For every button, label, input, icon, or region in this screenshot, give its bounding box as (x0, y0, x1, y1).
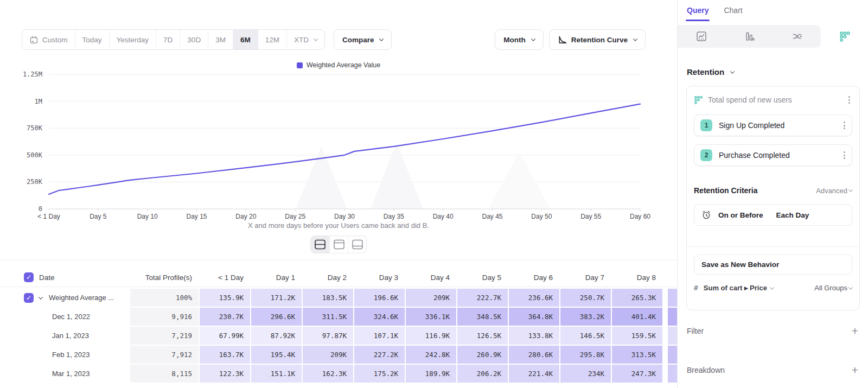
svg-text:0: 0 (39, 205, 42, 213)
retention-value-cell: 236.6K (509, 289, 560, 307)
chart-legend[interactable]: Weighted Average Value (0, 61, 677, 69)
step-purchase-completed[interactable]: 2 Purchase Completed (694, 144, 852, 166)
range-12m[interactable]: 12M (258, 30, 286, 49)
column-header-day-3[interactable]: Day 3 (354, 268, 406, 287)
table-row[interactable]: Dec 1, 20229,916230.7K296.6K311.5K324.6K… (0, 308, 677, 326)
retention-curve-icon (558, 35, 567, 44)
breakdown-label: Breakdown (687, 366, 852, 374)
save-as-new-behavior-button[interactable]: Save as New Behavior (694, 255, 852, 275)
kebab-menu-icon[interactable] (841, 119, 847, 131)
panel-tabs: Query Chart (687, 6, 743, 20)
retention-value-cell: 171.2K (251, 289, 303, 307)
range-6m[interactable]: 6M (233, 30, 258, 49)
retention-value-cell: 151.1K (251, 365, 303, 383)
retention-value-cell: 265.3K (612, 289, 663, 307)
criteria-condition-row[interactable]: On or Before Each Day (694, 204, 852, 226)
criteria-mode-dropdown[interactable]: Advanced (816, 187, 852, 195)
filter-section: Filter + (687, 325, 858, 336)
compare-button[interactable]: Compare (334, 29, 392, 50)
column-header-day-4[interactable]: Day 4 (406, 268, 457, 287)
column-header-day-7[interactable]: Day 7 (560, 268, 612, 287)
kebab-menu-icon[interactable] (846, 94, 852, 106)
retention-value-cell: 230.7K (200, 308, 251, 326)
funnels-icon[interactable] (725, 25, 773, 48)
column-header-day-1[interactable]: Day 1 (251, 268, 303, 287)
svg-text:Day 55: Day 55 (580, 213, 601, 220)
svg-text:Day 5: Day 5 (90, 213, 107, 220)
range-yesterday[interactable]: Yesterday (109, 30, 156, 49)
breakdown-section: Breakdown + (687, 364, 858, 376)
retention-value-cell: 221.4K (509, 365, 560, 383)
retention-value-cell: 209K (303, 346, 354, 364)
range-7d[interactable]: 7D (156, 30, 180, 49)
total-profiles-cell: 8,115 (130, 365, 200, 383)
retention-value-cell: 209K (406, 289, 457, 307)
tab-chart[interactable]: Chart (724, 6, 742, 20)
alarm-clock-icon (701, 209, 712, 220)
column-header-total[interactable]: Total Profile(s) (130, 268, 200, 287)
report-type-inactive-band (678, 25, 821, 48)
main-content: CustomTodayYesterday7D30D3M6M12MXTD Comp… (0, 0, 677, 388)
range-today[interactable]: Today (75, 30, 109, 49)
chart-type-button[interactable]: Retention Curve (549, 29, 646, 50)
range-30d[interactable]: 30D (180, 30, 208, 49)
table-row[interactable]: Jan 1, 20237,21967.99K87.92K97.87K107.1K… (0, 327, 677, 345)
svg-text:Day 50: Day 50 (531, 213, 552, 220)
clipped-day9-cell (668, 365, 677, 383)
column-header-day-6[interactable]: Day 6 (509, 268, 560, 287)
layout-toggle-group (310, 236, 367, 253)
table-view-toggle[interactable] (348, 236, 366, 253)
filter-label: Filter (687, 327, 852, 335)
svg-text:Day 60: Day 60 (630, 213, 650, 220)
split-view-toggle[interactable] (311, 236, 329, 253)
retention-value-cell: 195.4K (251, 346, 303, 364)
range-xtd[interactable]: XTD (286, 30, 324, 49)
retention-value-cell: 234K (560, 365, 612, 383)
retention-value-cell: 383.2K (560, 308, 612, 326)
split-view-icon (314, 239, 326, 250)
retention-value-cell: 296.6K (251, 308, 303, 326)
chart-view-toggle[interactable] (329, 236, 348, 253)
add-breakdown-button[interactable]: + (852, 364, 858, 376)
column-header-day-0[interactable]: < 1 Day (200, 268, 251, 287)
date-range-control: CustomTodayYesterday7D30D3M6M12MXTD (22, 29, 325, 50)
expand-chevron-icon[interactable] (39, 295, 43, 299)
column-header-day-5[interactable]: Day 5 (457, 268, 509, 287)
retention-value-cell: 348.5K (457, 308, 509, 326)
retention-value-cell: 135.9K (200, 289, 251, 307)
retention-value-cell: 107.1K (354, 327, 406, 345)
add-filter-button[interactable]: + (852, 325, 858, 336)
save-behavior-label: Save as New Behavior (701, 260, 779, 269)
column-header-date[interactable]: Date (39, 273, 55, 282)
groups-scope-dropdown[interactable]: All Groups (814, 284, 852, 292)
step-sign-up-completed[interactable]: 1 Sign Up Completed (694, 115, 852, 136)
insights-icon[interactable] (678, 25, 725, 48)
tab-query[interactable]: Query (687, 6, 709, 20)
row-date-label: Feb 1, 2023 (52, 351, 90, 359)
card-divider (687, 246, 859, 247)
table-row[interactable]: Mar 1, 20238,115122.3K151.1K162.3K175.2K… (0, 365, 677, 383)
table-view-icon (352, 239, 363, 250)
retention-value-cell: 133.8K (509, 327, 560, 345)
range-custom[interactable]: Custom (22, 30, 75, 49)
row-checkbox[interactable]: ✓ (24, 293, 34, 303)
flows-icon[interactable] (773, 25, 821, 48)
report-section-dropdown[interactable]: Retention (687, 67, 734, 77)
select-all-checkbox[interactable]: ✓ (24, 272, 34, 282)
granularity-button[interactable]: Month (495, 29, 543, 50)
chevron-down-icon (770, 285, 774, 289)
step-label: Purchase Completed (719, 151, 835, 160)
chevron-down-icon (314, 36, 318, 41)
measure-property-dropdown[interactable]: Sum of cart ▸ Price (704, 284, 767, 292)
behavior-card: Total spend of new users 1 Sign Up Compl… (686, 86, 860, 310)
retention-value-cell: 196.6K (354, 289, 406, 307)
retention-criteria-title: Retention Criteria (694, 186, 816, 195)
table-row[interactable]: Feb 1, 20237,912163.7K195.4K209K227.2K24… (0, 346, 677, 364)
column-header-day-2[interactable]: Day 2 (303, 268, 354, 287)
range-3m[interactable]: 3M (208, 30, 233, 49)
column-header-day-8[interactable]: Day 8 (612, 268, 663, 287)
kebab-menu-icon[interactable] (841, 149, 847, 161)
table-row[interactable]: ✓Weighted Average ...100%135.9K171.2K183… (0, 289, 677, 307)
retention-line-chart[interactable]: 1.25M1M750K500K250K0< 1 DayDay 5Day 10Da… (0, 71, 677, 224)
retention-icon[interactable] (821, 25, 868, 48)
